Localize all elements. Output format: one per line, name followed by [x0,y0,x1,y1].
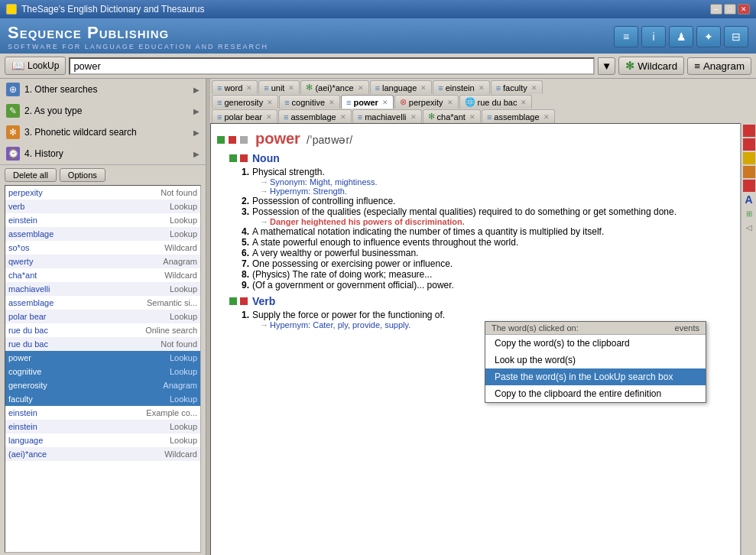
history-row[interactable]: machiavelliLookup [5,282,200,296]
tab-close-machiavelli[interactable]: ✕ [410,113,417,121]
right-icon-1[interactable] [743,125,755,137]
history-row[interactable]: einsteinExample co... [5,406,200,420]
tab-faculty[interactable]: ≡faculty✕ [491,80,543,94]
history-row[interactable]: so*osWildcard [5,241,200,255]
tab-close-power[interactable]: ✕ [382,99,388,106]
star-icon-button[interactable]: ✦ [696,26,721,47]
history-row[interactable]: einsteinLookup [5,420,200,433]
history-word: generosity [8,381,160,390]
tab-close-assemblage2[interactable]: ✕ [543,113,550,121]
tab-word[interactable]: ≡word✕ [212,80,258,94]
history-row[interactable]: perpexityNot found [5,186,200,200]
history-row[interactable]: powerLookup [5,351,200,365]
sidebar-item-phonetic-wildcard[interactable]: ✻ 3. Phonetic wildcard search ▶ [0,122,206,143]
tab-assemblage[interactable]: ≡assemblage✕ [278,109,352,123]
tab-close-perpexity[interactable]: ✕ [447,99,453,106]
tab-einstein[interactable]: ≡einstein✕ [433,80,489,94]
lookup-button[interactable]: 📖 LookUp [5,57,66,75]
history-type: Anagram [163,381,197,390]
history-row[interactable]: (aei)*anceWildcard [5,447,200,461]
history-type: Lookup [170,436,197,445]
tab-icon-rue-du-bac: 🌐 [465,97,475,107]
tab-icon-einstein: ≡ [438,83,443,92]
history-row[interactable]: rue du bacOnline search [5,323,200,337]
history-type: Lookup [170,353,197,362]
toolbar: 📖 LookUp ▼ ✻ Wildcard ≡ Anagram [0,54,756,79]
history-row[interactable]: qwertyAnagram [5,255,200,268]
delete-all-button[interactable]: Delete all [5,168,57,182]
maximize-button[interactable]: □ [724,4,736,15]
def-number: 3. [242,206,249,217]
search-dropdown-button[interactable]: ▼ [598,57,615,75]
history-row[interactable]: assemblageLookup [5,227,200,241]
tab-close-unit[interactable]: ✕ [288,84,294,92]
history-row[interactable]: assemblageSemantic si... [5,296,200,310]
tab-close-generosity[interactable]: ✕ [267,99,273,106]
history-row[interactable]: generosityAnagram [5,378,200,392]
history-row[interactable]: languageLookup [5,433,200,447]
tab-power[interactable]: ≡power✕ [341,95,394,109]
tab-icon-polar-bear: ≡ [217,112,222,122]
context-menu-item-copy-definition[interactable]: Copy to the clipboard the entire definit… [485,385,706,402]
right-icon-3[interactable] [743,152,755,164]
menu-icon-button[interactable]: ≡ [614,26,638,47]
tab-close-word[interactable]: ✕ [246,84,252,92]
tab-language[interactable]: ≡language✕ [370,80,433,94]
history-row[interactable]: cha*antWildcard [5,268,200,282]
right-icon-6[interactable]: A [743,193,755,206]
history-word: cha*ant [8,271,161,280]
tab-close-cognitive[interactable]: ✕ [329,99,335,106]
tab-close-aeiance[interactable]: ✕ [358,84,364,92]
tab-close-faculty[interactable]: ✕ [531,84,537,92]
right-sidebar: A ⊞ ◁ [741,123,756,555]
tab-generosity[interactable]: ≡generosity✕ [212,95,278,109]
user-icon-button[interactable]: ♟ [669,26,693,47]
sidebar-item-history[interactable]: ⌚ 4. History ▶ [0,143,206,164]
right-icon-2[interactable] [743,138,755,151]
tab-close-assemblage[interactable]: ✕ [340,113,346,121]
search-input[interactable] [69,57,595,75]
tab-icon-generosity: ≡ [217,98,222,107]
tab-cognitive[interactable]: ≡cognitive✕ [279,95,340,109]
history-type: Lookup [170,229,197,239]
tab-assemblage2[interactable]: ≡assemblage✕ [482,109,555,123]
tab-chaant[interactable]: ✻cha*ant✕ [423,109,481,123]
right-icon-7[interactable]: ⊞ [743,207,755,219]
history-row[interactable]: facultyLookup [5,392,200,406]
minimize-button[interactable]: ─ [710,4,722,15]
history-row[interactable]: rue du bacNot found [5,337,200,351]
tab-unit[interactable]: ≡unit✕ [258,80,300,94]
info-icon-button[interactable]: i [641,26,666,47]
tab-close-rue-du-bac[interactable]: ✕ [521,99,527,106]
tab-perpexity[interactable]: ⊗perpexity✕ [394,95,459,109]
tab-polar-bear[interactable]: ≡polar bear✕ [212,109,277,123]
tab-close-language[interactable]: ✕ [420,84,427,92]
history-scroll[interactable]: perpexityNot foundverbLookupeinsteinLook… [5,185,201,553]
right-icon-4[interactable] [743,166,755,178]
tab-machiavelli[interactable]: ≡machiavelli✕ [352,109,422,123]
context-menu-item-paste-word[interactable]: Paste the word(s) in the LookUp search b… [485,368,706,385]
history-row[interactable]: einsteinLookup [5,213,200,227]
history-row[interactable]: verbLookup [5,200,200,213]
tab-aeiance[interactable]: ✻(aei)*ance✕ [300,80,368,94]
wildcard-button[interactable]: ✻ Wildcard [618,57,684,75]
tab-icon-power: ≡ [346,98,351,107]
tab-close-einstein[interactable]: ✕ [479,84,485,92]
history-row[interactable]: cognitiveLookup [5,365,200,378]
right-icon-5[interactable] [743,180,755,192]
history-row[interactable]: polar bearLookup [5,310,200,323]
close-button[interactable]: ✕ [738,4,750,15]
options-button[interactable]: Options [60,168,105,182]
history-word: einstein [8,422,167,431]
tab-close-polar-bear[interactable]: ✕ [266,113,272,121]
tab-close-chaant[interactable]: ✕ [469,113,475,121]
context-menu-item-copy-word[interactable]: Copy the word(s) to the clipboard [485,335,706,352]
sidebar-item-as-you-type[interactable]: ✎ 2. As you type ▶ [0,100,206,122]
anagram-button[interactable]: ≡ Anagram [687,57,751,75]
right-icon-8[interactable]: ◁ [743,221,755,233]
context-menu-item-lookup-word[interactable]: Look up the word(s) [485,352,706,368]
close-icon-button[interactable]: ⊟ [724,26,748,47]
brand-subtitle: Software for Language Education and Rese… [8,43,268,50]
sidebar-item-other-searches[interactable]: ⊕ 1. Other searches ▶ [0,79,206,100]
tab-rue-du-bac[interactable]: 🌐rue du bac✕ [459,95,533,109]
